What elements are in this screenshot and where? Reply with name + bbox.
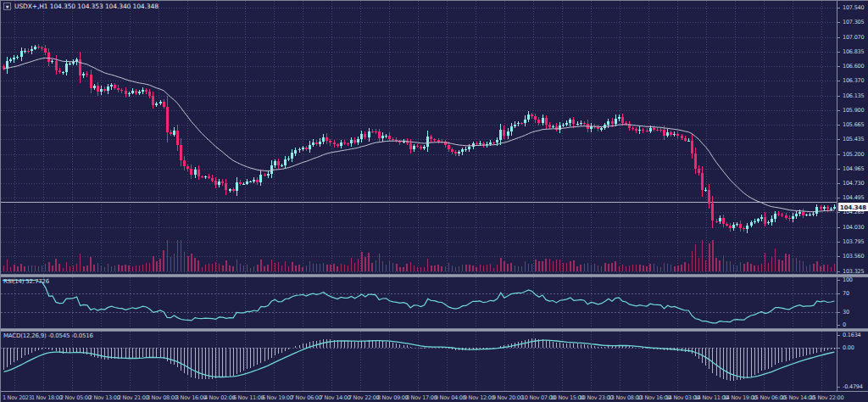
axis-tick xyxy=(837,242,840,243)
macd-panel: MACD(12,26,9) -0.0545 -0.0516 0.16340.00… xyxy=(1,332,868,391)
candlestick-chart[interactable] xyxy=(1,1,837,274)
time-axis-label: 3 Nov 16:00 xyxy=(175,394,206,401)
axis-tick xyxy=(837,256,840,257)
time-axis-label: 6 Nov 11:00 xyxy=(233,394,264,401)
panel-separator[interactable] xyxy=(1,328,868,332)
price-axis-label: 104.965 xyxy=(843,165,864,172)
time-axis-label: 8 Nov 09:00 xyxy=(377,394,408,401)
axis-tick xyxy=(837,139,840,140)
time-axis-label: 1 Nov 2023 xyxy=(3,394,32,401)
axis-tick xyxy=(837,22,840,23)
axis-tick xyxy=(837,37,840,38)
candles xyxy=(3,44,836,233)
chart-title-text: USDX+,H1 104.350 104.353 104.340 104.348 xyxy=(14,3,159,10)
rsi-chart[interactable] xyxy=(1,277,837,328)
time-axis-label: 8 Nov 17:00 xyxy=(406,394,437,401)
price-axis-label: 106.600 xyxy=(843,63,864,70)
axis-tick xyxy=(837,348,840,349)
axis-tick xyxy=(837,293,840,294)
macd-label: MACD(12,26,9) -0.0545 -0.0516 xyxy=(3,332,93,339)
price-axis-label: 103.795 xyxy=(843,238,864,245)
price-axis-label: 106.370 xyxy=(843,77,864,84)
rsi-axis-label: 30 xyxy=(843,309,849,315)
price-axis-label: 105.200 xyxy=(843,151,864,158)
axis-tick xyxy=(837,110,840,111)
axis-tick xyxy=(837,8,840,8)
time-axis-label: 2 Nov 13:00 xyxy=(89,394,120,401)
axis-tick xyxy=(837,52,840,53)
axis-tick xyxy=(837,335,840,336)
axis-tick xyxy=(837,227,840,228)
price-axis-label: 106.835 xyxy=(843,48,864,55)
price-axis-label: 104.030 xyxy=(843,224,864,231)
time-axis-label: 7 Nov 06:00 xyxy=(291,394,321,401)
time-axis-label: 9 Nov 12:00 xyxy=(464,394,494,401)
price-axis-label: 107.070 xyxy=(843,34,864,41)
price-axis-label: 104.730 xyxy=(843,180,864,187)
axis-tick xyxy=(837,198,840,198)
axis-tick xyxy=(837,81,840,81)
time-axis-label: 2 Nov 05:00 xyxy=(60,394,91,401)
chart-title: ▼ USDX+,H1 104.350 104.353 104.340 104.3… xyxy=(3,3,159,10)
axis-tick xyxy=(837,96,840,97)
axis-tick xyxy=(837,212,840,213)
price-axis-label: 103.560 xyxy=(843,253,864,260)
volume-bars xyxy=(3,240,835,271)
time-axis-label: 9 Nov 20:00 xyxy=(492,394,523,401)
rsi-axis[interactable]: 10070300 xyxy=(837,277,868,328)
rsi-axis-label: 100 xyxy=(843,276,853,283)
time-axis-label: 9 Nov 04:00 xyxy=(435,394,465,401)
rsi-label: RSI(14) 52.7726 xyxy=(3,278,49,285)
time-axis-label: 1 Nov 18:00 xyxy=(31,394,62,401)
price-axis-label: 105.435 xyxy=(843,136,864,142)
price-axis[interactable]: 107.540107.305107.070106.835106.600106.3… xyxy=(837,1,868,274)
trading-chart-window: ▼ USDX+,H1 104.350 104.353 104.340 104.3… xyxy=(0,0,868,402)
vertical-gridlines xyxy=(14,1,821,274)
rsi-line xyxy=(3,280,834,323)
price-axis-label: 104.495 xyxy=(843,194,864,201)
axis-tick xyxy=(837,154,840,155)
time-axis-label: 3 Nov 08:00 xyxy=(147,394,177,401)
price-axis-label: 107.540 xyxy=(843,4,864,11)
macd-axis-label: 0.00 xyxy=(843,344,854,351)
macd-axis-label: 0.1634 xyxy=(843,332,861,338)
price-axis-label: 105.665 xyxy=(843,121,864,128)
price-axis-label: 105.900 xyxy=(843,107,864,114)
time-axis-label: 4 Nov 02:00 xyxy=(204,394,235,401)
time-axis-label: 7 Nov 14:00 xyxy=(320,394,350,401)
price-axis-label: 107.305 xyxy=(843,19,864,25)
horizontal-gridlines xyxy=(1,8,837,271)
rsi-axis-label: 0 xyxy=(843,321,846,328)
panel-separator[interactable] xyxy=(1,274,868,277)
macd-axis[interactable]: 0.16340.00-0.4794 xyxy=(837,332,868,391)
time-axis[interactable]: 1 Nov 20231 Nov 18:002 Nov 05:002 Nov 13… xyxy=(1,391,868,402)
time-axis-label: 7 Nov 22:00 xyxy=(348,394,379,401)
symbol-dropdown-icon[interactable]: ▼ xyxy=(3,3,11,10)
time-axis-label: 6 Nov 19:00 xyxy=(262,394,292,401)
macd-chart[interactable] xyxy=(1,332,837,391)
time-axis-label: 15 Nov 22:00 xyxy=(810,394,843,401)
rsi-panel: RSI(14) 52.7726 10070300 xyxy=(1,277,868,328)
axis-tick xyxy=(837,387,840,388)
axis-tick xyxy=(837,66,840,67)
price-chart-panel: ▼ USDX+,H1 104.350 104.353 104.340 104.3… xyxy=(1,1,868,274)
macd-axis-label: -0.4794 xyxy=(843,383,863,390)
rsi-axis-label: 70 xyxy=(843,290,849,297)
axis-tick xyxy=(837,280,840,281)
macd-signal-line xyxy=(4,340,835,377)
axis-tick xyxy=(837,125,840,126)
axis-tick xyxy=(837,271,840,272)
axis-tick xyxy=(837,169,840,170)
axis-tick xyxy=(837,325,840,326)
current-price-box: 104.348 xyxy=(838,203,868,211)
axis-tick xyxy=(837,183,840,184)
price-axis-label: 106.135 xyxy=(843,92,864,99)
moving-average-line xyxy=(4,58,835,211)
axis-tick xyxy=(837,312,840,313)
vertical-gridlines xyxy=(14,332,821,391)
time-axis-label: 2 Nov 21:00 xyxy=(118,394,148,401)
